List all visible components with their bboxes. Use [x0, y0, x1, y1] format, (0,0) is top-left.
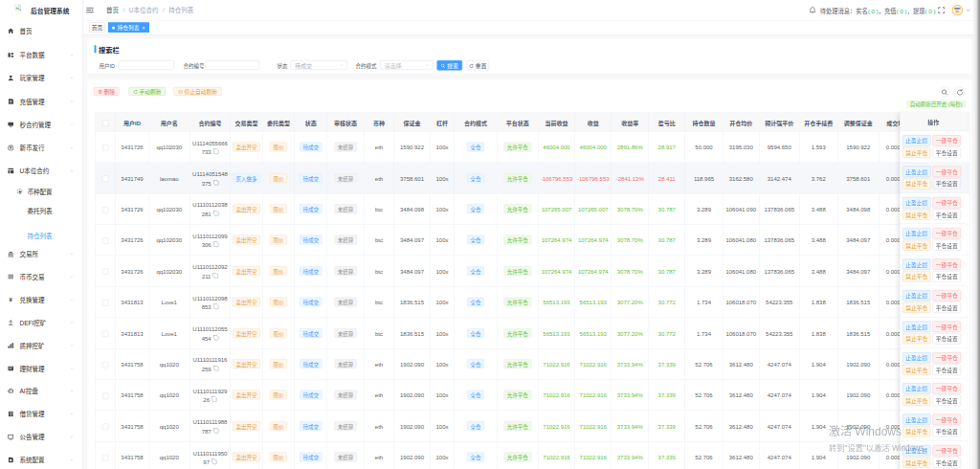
svg-text:¥: ¥: [10, 297, 13, 303]
